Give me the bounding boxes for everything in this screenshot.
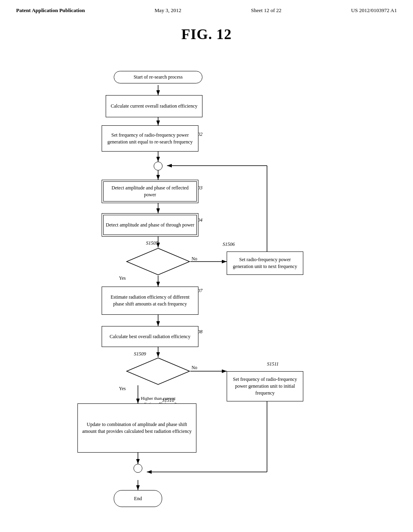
s1506-box: Set radio-frequency power generation uni…	[227, 251, 303, 275]
header-sheet: Sheet 12 of 22	[251, 7, 281, 14]
loop-circle-1	[154, 162, 163, 170]
header-publication-label: Patent Application Publication	[16, 7, 85, 14]
svg-marker-20	[127, 358, 190, 384]
s1511-label: S1511	[267, 361, 279, 367]
start-node: Start of re-search process	[114, 71, 202, 83]
s1504-box: Detect amplitude and phase of through po…	[102, 213, 198, 237]
s1505-label: S1505	[146, 240, 158, 246]
loop-circle-2	[133, 464, 142, 473]
figure-title: FIG. 12	[0, 26, 413, 43]
yes1-label: Yes	[119, 276, 126, 281]
page-header: Patent Application Publication May 3, 20…	[0, 0, 413, 14]
no1-label: No	[192, 256, 197, 261]
s1511-box: Set frequency of radio-frequency power g…	[227, 371, 303, 401]
end-node: End	[114, 490, 162, 507]
s1502-box: Set frequency of radio-frequency power g…	[102, 125, 198, 152]
flowchart-diagram: Start of re-search process S1501 Calcula…	[53, 55, 360, 498]
s1506-label: S1506	[223, 241, 235, 247]
s1509-label: S1509	[134, 351, 146, 357]
s1507-box: Estimate radiation efficiency of differe…	[102, 287, 198, 315]
no2-label: No	[192, 365, 197, 370]
yes2-label: Yes	[119, 386, 126, 391]
s1510-box: Update to combination of amplitude and p…	[77, 403, 196, 453]
s1509-diamond: Higher than current radiation efficiency…	[126, 357, 190, 385]
header-date: May 3, 2012	[154, 7, 181, 14]
header-patent: US 2012/0103972 A1	[351, 7, 397, 14]
s1505-diamond: Detection done at all frequencies?	[126, 247, 190, 276]
svg-marker-19	[127, 248, 190, 275]
s1501-box: Calculate current overall radiation effi…	[106, 95, 202, 117]
s1510-label: S1510	[162, 397, 174, 403]
s1503-box: Detect amplitude and phase of reflected …	[102, 180, 198, 203]
s1508-box: Calculate best overall radiation efficie…	[102, 326, 198, 347]
